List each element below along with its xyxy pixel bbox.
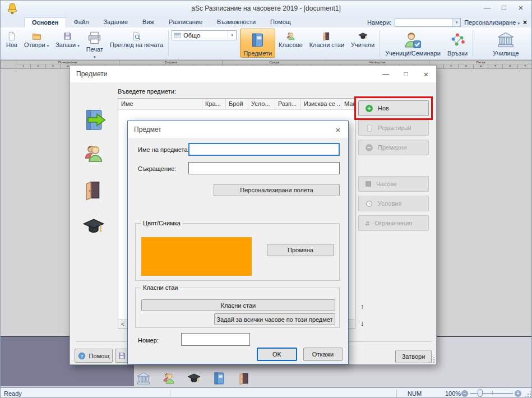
ribbon-classes-button[interactable]: Класове (275, 29, 306, 58)
chevron-down-icon[interactable]: ▾ (452, 18, 460, 26)
close-dialog-button[interactable]: Затвори (395, 350, 432, 363)
subject-conditions-button[interactable]: Условия (358, 196, 429, 211)
subject-edit-button[interactable]: Редактирай (358, 120, 429, 136)
classes-people-icon[interactable] (162, 372, 175, 385)
subject-dialog-title: Предмет (134, 126, 161, 133)
column-conditions[interactable]: Усло... (248, 99, 275, 109)
grid-period-cell: 2 (444, 64, 459, 69)
printer-icon (87, 30, 102, 45)
apply-all-lessons-button[interactable]: Задай за всички часове по този предмет (214, 313, 335, 325)
personalize-menu[interactable]: Персонализиране (464, 19, 520, 26)
ribbon-students-button[interactable]: Ученици/Семинари (382, 29, 444, 58)
column-abbr[interactable]: Кра... (202, 99, 226, 109)
tab-help[interactable]: Помощ (263, 17, 298, 27)
table-view-icon (174, 32, 181, 39)
chevron-down-icon (77, 41, 80, 48)
sidebar-classes-icon[interactable] (83, 143, 104, 164)
print-button[interactable]: Печат (83, 29, 107, 58)
close-button[interactable]: × (512, 1, 529, 14)
sidebar-classrooms-icon[interactable] (83, 179, 104, 201)
open-folder-icon (32, 31, 41, 41)
change-color-button[interactable]: Промяна (267, 244, 334, 256)
subject-remove-button[interactable]: − Премахни (358, 140, 429, 155)
ribbon-overflow-chevron-icon[interactable] (408, 50, 410, 55)
statusbar-separator (170, 390, 170, 397)
scroll-left-arrow-icon[interactable]: < (118, 320, 128, 328)
ribbon-tab-row: Основен Файл Задание Виж Разписание Възм… (1, 17, 531, 27)
ribbon-close-icon[interactable]: × (523, 18, 527, 26)
zoom-slider-track[interactable] (470, 393, 513, 394)
classrooms-button[interactable]: Класни стаи (141, 299, 335, 311)
move-down-arrow[interactable]: ↓ (360, 319, 364, 327)
chevron-down-icon[interactable]: ▾ (228, 31, 236, 40)
column-name[interactable]: Име (118, 99, 202, 109)
ribbon-teachers-button[interactable]: Учители (348, 29, 378, 58)
grid-day-friday: Петък (429, 61, 532, 64)
grid-day-header: Понеделник Вторник Сряда Четвъртък Петък (16, 60, 532, 64)
ribbon-links-button[interactable]: Връзки (444, 29, 471, 58)
sidebar-subjects-icon[interactable] (83, 108, 107, 132)
new-document-button[interactable]: Нов (3, 29, 21, 58)
tab-assignment[interactable]: Задание (96, 17, 135, 27)
tab-timetable[interactable]: Разписание (161, 17, 210, 27)
subject-abbr-input[interactable] (188, 162, 340, 174)
school-building-icon[interactable] (137, 372, 150, 385)
column-requires[interactable]: Изисква се ... (301, 99, 341, 109)
column-max[interactable]: Макс. (341, 99, 355, 109)
subjects-dialog-titlebar: Предмети — □ × (70, 66, 436, 82)
grid-day-tuesday: Вторник (119, 61, 223, 64)
zoom-slider-thumb[interactable] (478, 389, 483, 397)
help-button[interactable]: Помощ (75, 349, 113, 363)
classrooms-door-icon (322, 31, 331, 41)
ribbon-subjects-button[interactable]: Предмети (240, 29, 275, 58)
tab-options[interactable]: Възможности (210, 17, 263, 27)
zoom-in-icon[interactable]: + (515, 390, 521, 397)
teachers-cap-icon (358, 31, 368, 41)
print-preview-icon (132, 31, 141, 41)
find-input[interactable]: ▾ (395, 18, 461, 27)
sidebar-teachers-icon[interactable] (83, 216, 104, 237)
status-bar: Ready NUM 100% − + (1, 387, 532, 398)
custom-fields-button[interactable]: Персонализирани полета (214, 184, 340, 196)
subject-constraints-button[interactable]: # Ограничения (358, 215, 429, 231)
minimize-button[interactable]: — (479, 1, 496, 14)
square-icon (366, 181, 371, 187)
classrooms-group-label: Класни стаи (141, 284, 180, 291)
panel-shortcut-icons (137, 372, 251, 385)
column-distribution[interactable]: Разп... (275, 99, 301, 109)
color-picture-group: Цвят/Снимка Промяна (135, 223, 340, 281)
subject-number-input[interactable] (181, 333, 250, 346)
dialog-maximize-button[interactable]: □ (396, 66, 416, 82)
find-label: Намери: (367, 19, 391, 26)
window-resize-grip[interactable] (525, 391, 531, 397)
subject-color-swatch[interactable] (141, 237, 252, 276)
resize-grip[interactable] (429, 357, 434, 363)
subject-dialog: Предмет × Име на предмета: Съкращение: П… (127, 121, 349, 364)
classrooms-door-icon[interactable] (238, 372, 251, 385)
subject-dialog-close-icon[interactable]: × (328, 122, 348, 137)
application-window: aSc Разписание на часовете 2019 - [docum… (0, 0, 532, 398)
ribbon-classrooms-button[interactable]: Класни стаи (306, 29, 348, 58)
tab-file[interactable]: Файл (66, 17, 96, 27)
tab-view[interactable]: Виж (135, 17, 161, 27)
cancel-button[interactable]: Откажи (303, 348, 343, 361)
ribbon-school-button[interactable]: Училище (489, 29, 522, 58)
view-selector-combobox[interactable]: Общо ▾ (172, 30, 237, 40)
subjects-book-icon[interactable] (212, 372, 226, 385)
dialog-close-icon[interactable]: × (416, 66, 436, 82)
open-button[interactable]: Отвори (21, 29, 52, 58)
maximize-button[interactable]: □ (496, 1, 512, 14)
zoom-out-icon[interactable]: − (461, 390, 468, 397)
move-up-arrow[interactable]: ↑ (360, 302, 364, 311)
tab-home[interactable]: Основен (24, 17, 66, 27)
highlight-red-box (354, 96, 433, 120)
column-count[interactable]: Брой (226, 99, 248, 109)
subject-lessons-button[interactable]: Часове (358, 176, 429, 192)
print-preview-button[interactable]: Преглед на печата (107, 29, 166, 58)
subject-name-input[interactable] (188, 143, 340, 156)
teachers-cap-icon[interactable] (187, 372, 201, 385)
save-floppy-icon (118, 351, 126, 360)
ok-button[interactable]: OK (257, 348, 297, 361)
dialog-minimize-button[interactable]: — (376, 66, 396, 82)
save-button[interactable]: Запази (52, 29, 82, 58)
